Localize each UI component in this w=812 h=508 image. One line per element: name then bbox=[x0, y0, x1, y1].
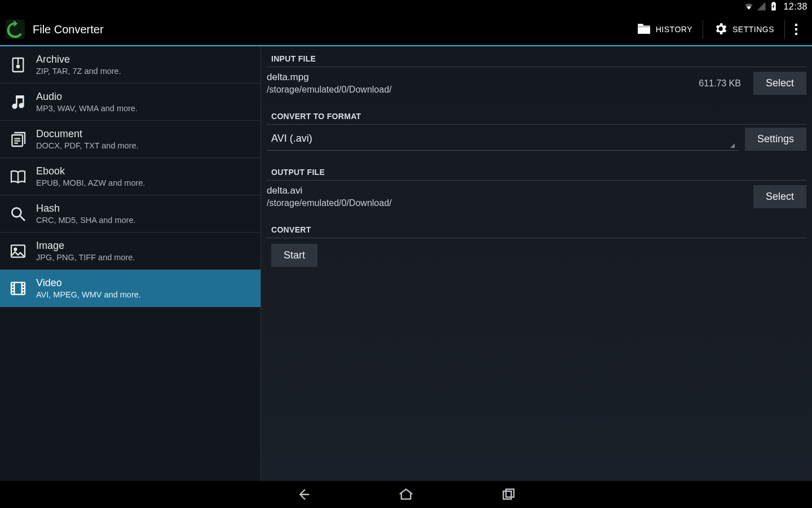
sidebar-item-label: Hash bbox=[36, 203, 135, 214]
battery-charging-icon bbox=[769, 1, 779, 13]
output-file-row: delta.avi /storage/emulated/0/Download/ … bbox=[267, 182, 806, 217]
start-button[interactable]: Start bbox=[271, 244, 317, 267]
image-icon bbox=[8, 241, 28, 261]
wifi-icon bbox=[744, 1, 754, 13]
sidebar-item-sub: DOCX, PDF, TXT and more. bbox=[36, 141, 139, 150]
film-icon bbox=[8, 278, 28, 299]
format-value: AVI (.avi) bbox=[271, 133, 312, 144]
svg-rect-11 bbox=[506, 489, 514, 497]
section-header-format: CONVERT TO FORMAT bbox=[267, 104, 806, 125]
sidebar-item-sub: ZIP, TAR, 7Z and more. bbox=[36, 67, 121, 76]
format-row: AVI (.avi) Settings bbox=[267, 126, 806, 160]
category-sidebar: Archive ZIP, TAR, 7Z and more. Audio MP3… bbox=[0, 46, 261, 481]
overflow-menu-button[interactable] bbox=[785, 13, 807, 46]
sidebar-item-document[interactable]: Document DOCX, PDF, TXT and more. bbox=[0, 121, 261, 158]
svg-rect-1 bbox=[638, 27, 650, 33]
sidebar-item-hash[interactable]: Hash CRC, MD5, SHA and more. bbox=[0, 195, 261, 233]
svg-rect-10 bbox=[504, 491, 511, 499]
svg-point-6 bbox=[12, 208, 21, 217]
svg-rect-2 bbox=[638, 25, 650, 27]
overflow-icon bbox=[795, 24, 797, 35]
format-settings-button[interactable]: Settings bbox=[745, 128, 806, 151]
nav-home-button[interactable] bbox=[394, 483, 418, 506]
settings-button[interactable]: SETTINGS bbox=[703, 13, 784, 46]
section-header-convert: CONVERT bbox=[267, 217, 806, 238]
sidebar-item-sub: CRC, MD5, SHA and more. bbox=[36, 216, 135, 225]
app-title: File Converter bbox=[33, 23, 104, 36]
sidebar-item-label: Document bbox=[36, 128, 139, 140]
settings-label: SETTINGS bbox=[732, 25, 774, 34]
sidebar-item-audio[interactable]: Audio MP3, WAV, WMA and more. bbox=[0, 84, 261, 121]
input-file-row: delta.mpg /storage/emulated/0/Download/ … bbox=[267, 68, 806, 104]
output-select-button[interactable]: Select bbox=[753, 185, 806, 208]
sidebar-item-label: Ebook bbox=[36, 165, 145, 177]
section-header-input: INPUT FILE bbox=[267, 46, 806, 67]
history-button[interactable]: HISTORY bbox=[626, 13, 703, 46]
action-bar: File Converter HISTORY SETTINGS bbox=[0, 14, 812, 46]
input-file-info: delta.mpg /storage/emulated/0/Download/ bbox=[267, 72, 692, 95]
history-label: HISTORY bbox=[656, 25, 692, 34]
input-select-button[interactable]: Select bbox=[753, 72, 806, 95]
music-note-icon bbox=[8, 92, 28, 112]
svg-point-4 bbox=[17, 65, 19, 67]
svg-point-8 bbox=[14, 248, 16, 250]
section-header-output: OUTPUT FILE bbox=[267, 160, 806, 181]
input-file-path: /storage/emulated/0/Download/ bbox=[267, 85, 692, 95]
sidebar-item-sub: EPUB, MOBI, AZW and more. bbox=[36, 178, 145, 187]
sidebar-item-image[interactable]: Image JPG, PNG, TIFF and more. bbox=[0, 233, 261, 270]
book-icon bbox=[8, 167, 28, 187]
sidebar-item-sub: AVI, MPEG, WMV and more. bbox=[36, 290, 141, 299]
sidebar-item-label: Video bbox=[36, 277, 141, 289]
nav-back-button[interactable] bbox=[292, 483, 315, 506]
archive-icon bbox=[8, 55, 28, 75]
sidebar-item-sub: MP3, WAV, WMA and more. bbox=[36, 104, 138, 113]
sidebar-item-video[interactable]: Video AVI, MPEG, WMV and more. bbox=[0, 270, 261, 307]
convert-row: Start bbox=[267, 239, 806, 267]
format-spinner[interactable]: AVI (.avi) bbox=[267, 127, 738, 151]
input-file-size: 611.73 KB bbox=[699, 78, 747, 89]
cell-signal-icon bbox=[756, 1, 766, 13]
sidebar-item-archive[interactable]: Archive ZIP, TAR, 7Z and more. bbox=[0, 46, 261, 84]
nav-recents-button[interactable] bbox=[497, 483, 520, 506]
document-stack-icon bbox=[8, 129, 28, 150]
sidebar-item-sub: JPG, PNG, TIFF and more. bbox=[36, 253, 135, 262]
magnifier-icon bbox=[8, 204, 28, 224]
sidebar-item-label: Audio bbox=[36, 91, 138, 103]
output-file-path: /storage/emulated/0/Download/ bbox=[267, 198, 747, 208]
folder-icon bbox=[637, 21, 651, 38]
main-content: INPUT FILE delta.mpg /storage/emulated/0… bbox=[261, 46, 812, 481]
gear-icon bbox=[713, 21, 728, 38]
sidebar-item-label: Image bbox=[36, 240, 135, 252]
status-bar: 12:38 bbox=[0, 0, 812, 14]
app-logo bbox=[5, 19, 26, 40]
input-file-name: delta.mpg bbox=[267, 72, 692, 83]
sidebar-item-label: Archive bbox=[36, 54, 121, 65]
output-file-name: delta.avi bbox=[267, 185, 747, 196]
spinner-triangle-icon bbox=[730, 143, 735, 148]
status-clock: 12:38 bbox=[783, 2, 807, 12]
output-file-info: delta.avi /storage/emulated/0/Download/ bbox=[267, 185, 747, 208]
android-nav-bar bbox=[0, 481, 812, 508]
sidebar-item-ebook[interactable]: Ebook EPUB, MOBI, AZW and more. bbox=[0, 158, 261, 195]
